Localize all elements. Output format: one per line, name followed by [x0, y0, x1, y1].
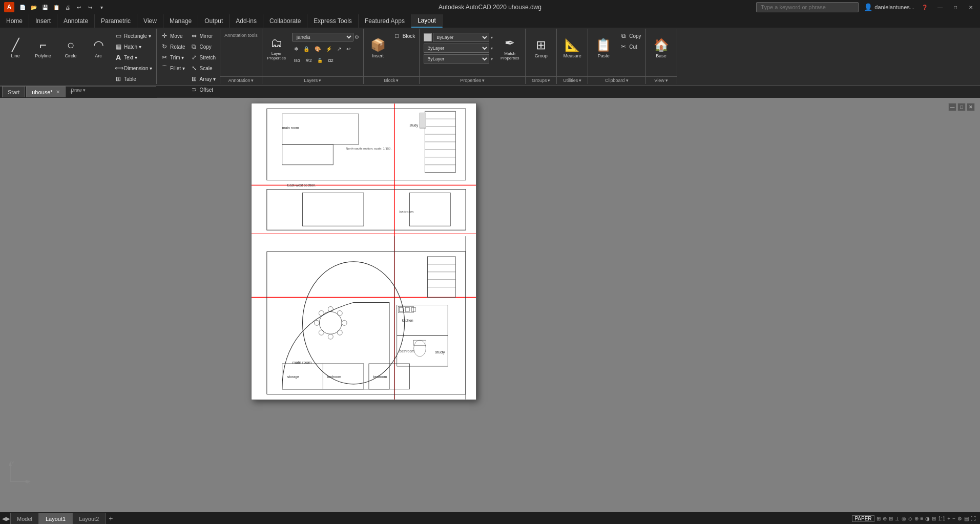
layers-group-label[interactable]: Layers▾	[262, 76, 363, 84]
user-profile[interactable]: 👤 danielantunes...	[864, 3, 914, 11]
tab-close-icon[interactable]: ✕	[56, 89, 60, 95]
open-button[interactable]: 📂	[29, 2, 39, 12]
cut-button[interactable]: ✂ Cut	[618, 41, 643, 52]
scale-button[interactable]: ⤡ Scale	[189, 63, 218, 73]
save-button[interactable]: 💾	[40, 2, 50, 12]
group-button[interactable]: ⊞ Group	[528, 31, 554, 66]
canvas-area[interactable]: main room study North-south section; sca…	[0, 98, 980, 512]
match-properties-button[interactable]: ✒ Match Properties	[496, 31, 523, 66]
tab-home[interactable]: Home	[0, 14, 29, 28]
color-dropdown[interactable]: ByLayer	[433, 33, 489, 42]
measure-button[interactable]: 📐 Measure	[559, 31, 586, 66]
maximize-button[interactable]: □	[950, 2, 961, 12]
close-button[interactable]: ✕	[966, 2, 976, 12]
add-tab-button[interactable]: +	[67, 88, 77, 96]
tab-expresstools[interactable]: Express Tools	[307, 14, 358, 28]
hatch-button[interactable]: ▦ Hatch ▾	[113, 41, 154, 52]
array-button[interactable]: ⊞ Array ▾	[189, 74, 218, 84]
mirror-button[interactable]: ⇔ Mirror	[189, 31, 218, 41]
base-button[interactable]: 🏠 Base	[648, 31, 675, 66]
linetype-dropdown[interactable]: ByLayer	[424, 44, 489, 53]
layer-match-button[interactable]: ↗	[335, 44, 343, 54]
tab-collaborate[interactable]: Collaborate	[263, 14, 307, 28]
layer-properties-button[interactable]: 🗂 Layer Properties	[264, 31, 289, 66]
layer-copyobjects-button[interactable]: ⧉2	[326, 55, 336, 66]
line-button[interactable]: ╱ Line	[2, 31, 29, 66]
layout-scroll-left[interactable]: ◀	[2, 516, 6, 521]
move-button[interactable]: ✛ Move	[159, 31, 187, 41]
insert-button[interactable]: 📦 Insert	[366, 31, 390, 66]
dimension-button[interactable]: ⟺ Dimension ▾	[113, 63, 154, 73]
tab-insert[interactable]: Insert	[29, 14, 57, 28]
snap-button[interactable]: ⊕	[883, 516, 887, 521]
search-input[interactable]	[756, 2, 859, 12]
saveas-button[interactable]: 📋	[51, 2, 61, 12]
tab-view[interactable]: View	[137, 14, 163, 28]
layer-freeze-button[interactable]: ❄	[292, 44, 300, 54]
zoom-out-button[interactable]: −	[952, 516, 955, 521]
polyline-button[interactable]: ⌐ Polyline	[30, 31, 56, 66]
layout-tab-model[interactable]: Model	[10, 513, 39, 524]
redo-button[interactable]: ↪	[85, 2, 95, 12]
ortho-button[interactable]: ⊥	[895, 516, 900, 521]
layer-previous-button[interactable]: ↩	[344, 44, 352, 54]
qat-more-button[interactable]: ▾	[96, 2, 107, 12]
help-button[interactable]: ❓	[920, 2, 930, 12]
copy-button[interactable]: ⧉ Copy	[189, 41, 218, 52]
object-snap-button[interactable]: ◇	[908, 516, 912, 521]
lineweight-dropdown[interactable]: ByLayer	[424, 54, 489, 64]
text-button[interactable]: A Text ▾	[113, 52, 154, 62]
viewport-close[interactable]: ✕	[967, 103, 975, 111]
workspace-settings[interactable]: ⚙	[957, 516, 962, 521]
fillet-button[interactable]: ⌒ Fillet ▾	[159, 63, 187, 73]
layout-tab-layout2[interactable]: Layout2	[72, 513, 106, 524]
undo-button[interactable]: ↩	[74, 2, 84, 12]
rotate-button[interactable]: ↻ Rotate	[159, 41, 187, 52]
tab-layout[interactable]: Layout	[411, 14, 443, 28]
annotation-scale[interactable]: ▤	[964, 516, 969, 521]
tab-parametric[interactable]: Parametric	[95, 14, 137, 28]
paste-button[interactable]: 📋 Paste	[590, 31, 617, 66]
layer-lock-button[interactable]: 🔒	[301, 44, 311, 54]
stretch-button[interactable]: ⤢ Stretch	[189, 52, 218, 62]
grid-button[interactable]: ⊞	[889, 516, 893, 521]
properties-group-label[interactable]: Properties▾	[420, 76, 525, 84]
rectangle-button[interactable]: ▭ Rectangle ▾	[113, 31, 154, 41]
block-group-label[interactable]: Block▾	[364, 76, 419, 84]
print-button[interactable]: 🖨	[62, 2, 73, 12]
object-track-button[interactable]: ⊕	[914, 516, 919, 521]
search-container[interactable]	[756, 2, 859, 12]
clipboard-copy-button[interactable]: ⧉ Copy	[618, 31, 643, 41]
tab-annotate[interactable]: Annotate	[57, 14, 95, 28]
model-switch-button[interactable]: ⊞	[877, 516, 881, 521]
groups-group-label[interactable]: Groups▾	[526, 76, 556, 84]
circle-button[interactable]: ○ Circle	[57, 31, 84, 66]
viewport-minimize[interactable]: —	[948, 103, 956, 111]
transparency-toggle[interactable]: ◑	[925, 516, 930, 521]
utilities-group-label[interactable]: Utilities▾	[557, 76, 588, 84]
view-group-label[interactable]: View▾	[646, 76, 677, 84]
layer-settings-button[interactable]: ⚙	[355, 34, 359, 40]
clipboard-group-label[interactable]: Clipboard▾	[588, 76, 645, 84]
create-block-button[interactable]: □ Block	[391, 31, 417, 41]
layer-dropdown[interactable]: janela 0	[292, 33, 353, 41]
polar-button[interactable]: ◎	[902, 516, 906, 521]
zoom-in-button[interactable]: +	[947, 516, 950, 521]
layout-tab-layout1[interactable]: Layout1	[39, 513, 72, 524]
tab-output[interactable]: Output	[198, 14, 230, 28]
layer-lock2-button[interactable]: 🔓	[315, 55, 325, 66]
viewport-restore[interactable]: □	[957, 103, 966, 111]
annotation-group-label[interactable]: Annotation▾	[220, 76, 262, 84]
layer-freeze2-button[interactable]: ❄2	[303, 55, 314, 66]
tab-start[interactable]: Start	[2, 86, 25, 97]
tab-uhouse[interactable]: uhouse* ✕	[26, 86, 65, 97]
layer-isolate-button[interactable]: Iso	[292, 55, 302, 66]
minimize-button[interactable]: —	[935, 2, 945, 12]
layer-make-current-button[interactable]: ⚡	[324, 44, 334, 54]
paper-label[interactable]: PAPER	[852, 515, 874, 522]
lineweight-arrow[interactable]: ▾	[490, 57, 493, 61]
lineweight-toggle[interactable]: ≡	[921, 516, 924, 521]
color-arrow[interactable]: ▾	[490, 35, 493, 40]
full-screen[interactable]: ⛶	[971, 516, 976, 521]
tab-manage[interactable]: Manage	[163, 14, 198, 28]
